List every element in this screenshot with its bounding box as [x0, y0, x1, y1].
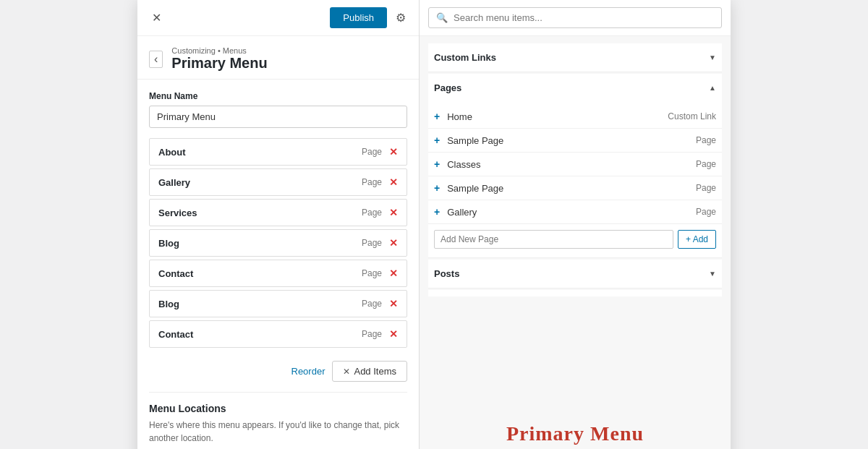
- back-nav-text: Customizing • Menus Primary Menu: [171, 46, 267, 72]
- chevron-down-icon: ▼: [709, 270, 716, 278]
- right-panel: 🔍 Custom Links ▼ Pages ▲ + Home Cust: [420, 0, 731, 449]
- menu-item-row[interactable]: Contact Page ✕: [149, 260, 407, 287]
- menu-item-remove-button[interactable]: ✕: [389, 268, 398, 279]
- page-item: + Home Custom Link: [428, 105, 722, 129]
- page-name: Classes: [447, 159, 696, 170]
- menu-item-type: Page: [362, 329, 382, 339]
- preview-area: Primary Menu: [420, 296, 731, 449]
- menu-locations-section: Menu Locations Here's where this menu ap…: [149, 392, 407, 449]
- back-arrow-button[interactable]: ‹: [149, 51, 163, 68]
- page-title: Primary Menu: [171, 55, 267, 72]
- accordion-content: Custom Links ▼ Pages ▲ + Home Custom Lin…: [420, 36, 731, 296]
- accordion-item: Pages ▲ + Home Custom Link + Sample Page…: [428, 74, 722, 258]
- menu-item-name: Contact: [158, 268, 193, 279]
- page-item: + Gallery Page: [428, 200, 722, 223]
- search-icon: 🔍: [436, 12, 448, 23]
- menu-item-name: Gallery: [158, 177, 190, 188]
- menu-item-name: Blog: [158, 299, 179, 309]
- accordion-item: Posts ▼: [428, 260, 722, 288]
- add-icon[interactable]: +: [434, 206, 440, 218]
- page-name: Sample Page: [447, 183, 696, 194]
- add-icon[interactable]: +: [434, 134, 440, 146]
- search-input-wrapper: 🔍: [428, 7, 722, 28]
- menu-item-name: Blog: [158, 238, 179, 249]
- menu-item-type: Page: [362, 208, 382, 218]
- menu-item-right: Page ✕: [362, 237, 398, 249]
- menu-item-type: Page: [362, 177, 382, 187]
- reorder-button[interactable]: Reorder: [292, 366, 326, 377]
- pages-section: + Home Custom Link + Sample Page Page + …: [428, 102, 722, 257]
- menu-item-right: Page ✕: [362, 268, 398, 279]
- add-icon[interactable]: +: [434, 111, 440, 122]
- add-icon[interactable]: +: [434, 158, 440, 170]
- page-type-label: Page: [696, 207, 716, 217]
- menu-item-remove-button[interactable]: ✕: [389, 207, 398, 218]
- menu-item-row[interactable]: Blog Page ✕: [149, 229, 407, 257]
- accordion-header-posts[interactable]: Posts ▼: [428, 260, 722, 288]
- x-icon: ✕: [343, 367, 350, 377]
- accordion-label: Pages: [434, 82, 461, 93]
- breadcrumb: Customizing • Menus: [171, 46, 267, 55]
- chevron-up-icon: ▲: [709, 84, 716, 92]
- page-type-label: Page: [696, 159, 716, 169]
- menu-item-remove-button[interactable]: ✕: [389, 237, 398, 249]
- close-button[interactable]: ✕: [148, 9, 166, 26]
- page-type-label: Custom Link: [668, 111, 716, 121]
- menu-item-row[interactable]: Gallery Page ✕: [149, 168, 407, 196]
- add-new-page-input[interactable]: [434, 230, 673, 249]
- menu-item-row[interactable]: Blog Page ✕: [149, 290, 407, 317]
- menu-item-row[interactable]: About Page ✕: [149, 138, 407, 166]
- menu-item-remove-button[interactable]: ✕: [389, 298, 398, 309]
- menu-item-right: Page ✕: [362, 207, 398, 218]
- accordion-label: Posts: [434, 268, 459, 279]
- menu-locations-desc: Here's where this menu appears. If you'd…: [149, 419, 407, 445]
- add-icon[interactable]: +: [434, 182, 440, 194]
- page-name: Home: [447, 111, 668, 122]
- menu-item-type: Page: [362, 238, 382, 248]
- accordion-item: Custom Links ▼: [428, 43, 722, 72]
- add-new-page: + Add: [428, 223, 722, 255]
- menu-item-remove-button[interactable]: ✕: [389, 328, 398, 340]
- add-items-button[interactable]: ✕ Add Items: [332, 361, 407, 382]
- page-item: + Sample Page Page: [428, 129, 722, 153]
- menu-name-label: Menu Name: [149, 91, 407, 101]
- page-name: Gallery: [447, 207, 696, 218]
- page-type-label: Page: [696, 183, 716, 193]
- accordion-header-custom-links[interactable]: Custom Links ▼: [428, 43, 722, 72]
- publish-button[interactable]: Publish: [330, 7, 387, 28]
- search-bar: 🔍: [420, 0, 731, 36]
- gear-button[interactable]: ⚙: [393, 8, 409, 27]
- back-nav: ‹ Customizing • Menus Primary Menu: [137, 36, 419, 80]
- left-panel: ✕ Publish ⚙ ‹ Customizing • Menus Primar…: [137, 0, 420, 449]
- menu-item-right: Page ✕: [362, 298, 398, 309]
- menu-item-remove-button[interactable]: ✕: [389, 146, 398, 158]
- menu-item-row[interactable]: Contact Page ✕: [149, 320, 407, 348]
- page-item: + Sample Page Page: [428, 176, 722, 200]
- menu-item-name: Contact: [158, 329, 193, 340]
- add-items-label: Add Items: [354, 366, 396, 377]
- accordion-header-categories[interactable]: Categories ▼: [428, 290, 722, 296]
- menu-item-right: Page ✕: [362, 328, 398, 340]
- accordion-item: Categories ▼: [428, 290, 722, 296]
- search-input[interactable]: [454, 12, 714, 23]
- menu-item-right: Page ✕: [362, 146, 398, 158]
- menu-items-list: About Page ✕ Gallery Page ✕ Services Pag…: [149, 138, 407, 348]
- menu-item-remove-button[interactable]: ✕: [389, 176, 398, 188]
- top-bar: ✕ Publish ⚙: [137, 0, 419, 36]
- menu-name-input[interactable]: [149, 106, 407, 128]
- chevron-down-icon: ▼: [709, 54, 716, 61]
- menu-item-name: About: [158, 147, 186, 158]
- menu-item-right: Page ✕: [362, 176, 398, 188]
- page-item: + Classes Page: [428, 153, 722, 176]
- add-page-button[interactable]: + Add: [678, 230, 716, 249]
- pages-scroll[interactable]: + Home Custom Link + Sample Page Page + …: [428, 105, 722, 223]
- panel-content: Menu Name About Page ✕ Gallery Page ✕ Se…: [137, 80, 419, 449]
- page-name: Sample Page: [447, 135, 696, 146]
- accordion-label: Custom Links: [434, 52, 496, 63]
- accordion-header-pages[interactable]: Pages ▲: [428, 74, 722, 102]
- menu-actions: Reorder ✕ Add Items: [149, 356, 407, 392]
- menu-item-type: Page: [362, 299, 382, 309]
- menu-item-row[interactable]: Services Page ✕: [149, 199, 407, 226]
- preview-menu-title: Primary Menu: [506, 422, 644, 445]
- menu-item-type: Page: [362, 268, 382, 278]
